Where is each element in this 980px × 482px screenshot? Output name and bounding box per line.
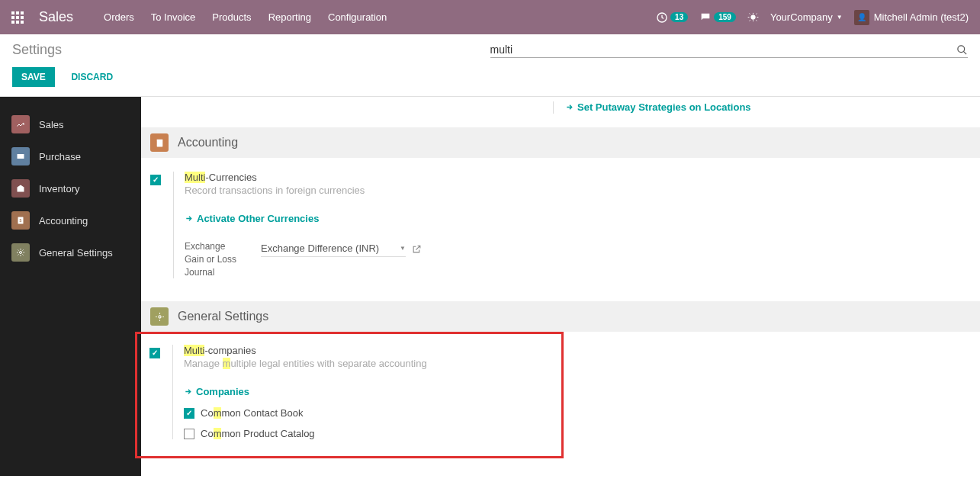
discard-button[interactable]: DISCARD (62, 67, 122, 87)
arrow-right-icon (184, 387, 192, 396)
control-bar: Settings SAVE DISCARD (0, 34, 980, 97)
svg-rect-3 (18, 154, 24, 159)
avatar-icon: 👤 (854, 10, 869, 25)
section-general-header: General Settings (141, 301, 980, 332)
bug-icon (747, 11, 759, 23)
settings-content: Set Putaway Strategies on Locations Acco… (141, 97, 980, 476)
topbar-right: 13 159 YourCompany ▼ 👤 Mitchell Admin (t… (656, 10, 969, 25)
highlight: Multi (184, 345, 204, 356)
activity-indicator[interactable]: 13 (656, 11, 688, 24)
accounting-section-icon (150, 133, 169, 152)
nav-configuration[interactable]: Configuration (328, 11, 387, 23)
common-contact-checkbox[interactable] (184, 408, 194, 419)
link-label: Set Putaway Strategies on Locations (577, 101, 751, 113)
activity-badge: 13 (670, 12, 688, 22)
gear-icon (11, 243, 30, 262)
multi-currencies-checkbox[interactable] (150, 175, 161, 185)
option-label: Common Contact Book (201, 407, 303, 419)
debug-icon[interactable] (747, 11, 759, 23)
setting-multi-currencies: Multi-Currencies Record transactions in … (141, 158, 980, 286)
nav-products[interactable]: Products (212, 11, 251, 23)
sidebar-label: Purchase (39, 151, 81, 162)
search-icon[interactable] (956, 44, 968, 56)
svg-text:$: $ (20, 218, 22, 223)
multi-companies-checkbox[interactable] (149, 348, 160, 358)
company-selector[interactable]: YourCompany ▼ (770, 11, 843, 23)
nav-reporting[interactable]: Reporting (268, 11, 311, 23)
company-name: YourCompany (770, 11, 833, 23)
setting-desc: Record transactions in foreign currencie… (185, 185, 532, 196)
external-link-icon[interactable] (412, 244, 422, 254)
chat-icon (699, 11, 712, 24)
common-contact-book-option: Common Contact Book (184, 407, 549, 419)
brand-title: Sales (39, 9, 73, 25)
settings-sidebar: Sales Purchase Inventory $ Accounting Ge… (0, 97, 141, 476)
sidebar-item-accounting[interactable]: $ Accounting (0, 204, 141, 236)
common-product-checkbox[interactable] (184, 429, 194, 439)
setting-multi-companies: Multi-companies Manage multiple legal en… (140, 334, 558, 447)
topbar: Sales Orders To Invoice Products Reporti… (0, 0, 980, 34)
purchase-icon (11, 147, 30, 165)
apps-grid-icon[interactable] (11, 11, 24, 24)
setting-title: Multi-companies (184, 345, 549, 356)
arrow-right-icon (565, 103, 574, 111)
page-title: Settings (12, 42, 490, 58)
section-title: Accounting (178, 136, 238, 149)
sidebar-item-inventory[interactable]: Inventory (0, 172, 141, 204)
user-name: Mitchell Admin (test2) (874, 11, 969, 23)
sidebar-label: Inventory (39, 183, 79, 194)
highlighted-region: Multi-companies Manage multiple legal en… (135, 332, 564, 458)
activate-currencies-link[interactable]: Activate Other Currencies (185, 213, 319, 224)
user-menu[interactable]: 👤 Mitchell Admin (test2) (854, 10, 969, 25)
svg-point-2 (958, 45, 965, 52)
inventory-icon (11, 179, 30, 198)
sales-icon (11, 115, 30, 133)
option-label: Common Product Catalog (201, 428, 315, 439)
search-field[interactable] (490, 43, 969, 58)
sidebar-label: General Settings (39, 247, 113, 259)
svg-rect-7 (156, 139, 162, 146)
discuss-indicator[interactable]: 159 (699, 11, 736, 24)
companies-link[interactable]: Companies (184, 386, 249, 397)
nav-to-invoice[interactable]: To Invoice (151, 11, 196, 23)
main-area: Sales Purchase Inventory $ Accounting Ge… (0, 97, 980, 476)
svg-point-6 (20, 252, 22, 254)
caret-down-icon: ▼ (837, 14, 843, 21)
accounting-icon: $ (11, 211, 30, 230)
sidebar-item-general[interactable]: General Settings (0, 236, 141, 268)
svg-point-8 (158, 316, 160, 318)
field-label: Exchange Gain or Loss Journal (185, 240, 238, 278)
search-input[interactable] (490, 43, 957, 56)
sidebar-label: Sales (39, 119, 64, 130)
section-accounting-header: Accounting (141, 127, 980, 158)
caret-down-icon: ▼ (400, 245, 406, 252)
section-title: General Settings (178, 310, 268, 323)
nav-orders[interactable]: Orders (104, 11, 134, 23)
common-product-catalog-option: Common Product Catalog (184, 428, 549, 439)
sidebar-item-purchase[interactable]: Purchase (0, 140, 141, 172)
setting-desc: Manage multiple legal entities with sepa… (184, 358, 549, 369)
putaway-link[interactable]: Set Putaway Strategies on Locations (565, 101, 751, 113)
clock-icon (656, 11, 668, 24)
sidebar-item-sales[interactable]: Sales (0, 108, 141, 140)
exchange-journal-field: Exchange Gain or Loss Journal Exchange D… (185, 240, 532, 278)
top-nav: Orders To Invoice Products Reporting Con… (104, 11, 387, 23)
general-section-icon (150, 307, 169, 326)
highlight: Multi (185, 172, 205, 183)
setting-title: Multi-Currencies (185, 172, 532, 183)
prior-section-tail: Set Putaway Strategies on Locations (141, 97, 980, 127)
arrow-right-icon (185, 214, 193, 223)
discuss-badge: 159 (714, 12, 736, 22)
svg-point-1 (750, 14, 755, 19)
exchange-journal-select[interactable]: Exchange Difference (INR) ▼ (261, 240, 406, 257)
save-button[interactable]: SAVE (12, 67, 55, 87)
sidebar-label: Accounting (39, 215, 88, 227)
